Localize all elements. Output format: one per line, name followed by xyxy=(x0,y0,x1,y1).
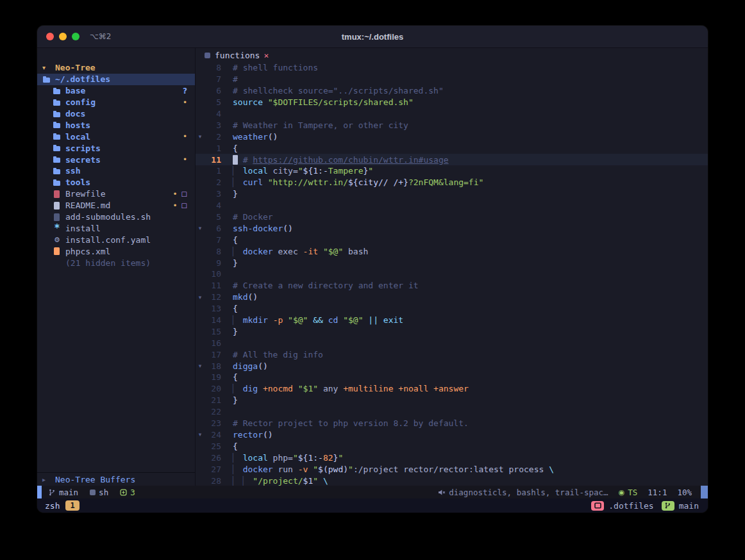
tree-item[interactable]: base? xyxy=(37,85,195,97)
code-line[interactable]: ▾6ssh-docker() xyxy=(196,222,708,234)
tree-item[interactable]: docs xyxy=(37,108,195,120)
code-line[interactable]: 6# shellcheck source="../scripts/shared.… xyxy=(196,85,708,97)
tree-item[interactable]: secrets• xyxy=(37,154,195,165)
code-text: # shell functions xyxy=(233,63,318,72)
code-line[interactable]: 14▏ mkdir -p "$@" && cd "$@" || exit xyxy=(196,315,708,326)
code-line[interactable]: 3} xyxy=(196,188,708,200)
buffers-title: Neo-Tree Buffers xyxy=(55,475,135,484)
code-text: # https://github.com/chubin/wttr.in#usag… xyxy=(233,155,449,165)
tree-item[interactable]: local• xyxy=(37,131,195,142)
tree-item[interactable]: phpcs.xml xyxy=(37,245,195,257)
code-line[interactable]: 8▏ docker exec -it "$@" bash xyxy=(196,245,708,257)
tree-item[interactable]: ⚙install.conf.yaml xyxy=(37,234,195,245)
code-line[interactable]: 27▏ docker run -v "$(pwd)":/project rect… xyxy=(196,463,708,475)
minimize-window-button[interactable] xyxy=(59,33,67,40)
git-status-badge: • xyxy=(183,132,187,141)
tmux-window-index-badge[interactable]: 1 xyxy=(65,500,79,511)
fold-column xyxy=(196,283,205,289)
added-count: 3 xyxy=(130,488,135,497)
tree-item[interactable]: Brewfile•□ xyxy=(37,188,195,200)
code-line[interactable]: 7{ xyxy=(196,234,708,245)
code-line[interactable]: 2▏ curl "http://wttr.in/${city// /+}?2nF… xyxy=(196,177,708,188)
tmux-current-dir: .dotfiles xyxy=(608,501,653,511)
item-label: ssh xyxy=(65,166,80,176)
tree-root-item[interactable]: ~/.dotfiles xyxy=(37,74,195,85)
tree-item[interactable]: tools xyxy=(37,177,195,188)
item-label: base xyxy=(65,86,85,95)
code-line[interactable]: 23# Rector project to php version 8.2 by… xyxy=(196,418,708,429)
tree-item[interactable]: add-submodules.sh xyxy=(37,211,195,223)
tree-item[interactable]: *install xyxy=(37,222,195,234)
line-number: 9 xyxy=(205,258,221,268)
fold-column xyxy=(196,351,205,358)
titlebar[interactable]: ⌥⌘2 tmux:~/.dotfiles xyxy=(37,26,708,48)
line-number: 8 xyxy=(205,63,221,72)
line-number: 15 xyxy=(205,327,221,336)
code-line[interactable]: 17# All the dig info xyxy=(196,349,708,360)
tab-label[interactable]: functions xyxy=(215,51,260,60)
fold-column xyxy=(196,145,205,151)
code-text: # All the dig info xyxy=(233,350,323,359)
code-line[interactable]: 1{ xyxy=(196,142,708,154)
code-line[interactable]: 4 xyxy=(196,200,708,211)
fold-column xyxy=(196,76,205,83)
code-line[interactable]: 28▏ ▏ "/project/$1" \ xyxy=(196,475,708,486)
chevron-right-icon: ▸ xyxy=(42,476,51,483)
code-line[interactable]: 26▏ local php="${1:-82}" xyxy=(196,452,708,463)
cursor-block xyxy=(233,155,238,165)
fold-column xyxy=(196,168,205,174)
code-line[interactable]: 19{ xyxy=(196,372,708,383)
zoom-window-button[interactable] xyxy=(72,33,80,40)
neo-tree-buffers-section[interactable]: ▸ Neo-Tree Buffers xyxy=(37,472,195,486)
code-line[interactable]: 8# shell functions xyxy=(196,62,708,74)
code-line[interactable]: 9} xyxy=(196,257,708,268)
script-icon: * xyxy=(53,224,62,233)
fold-icon[interactable]: ▾ xyxy=(196,363,205,369)
tree-item[interactable]: hosts xyxy=(37,119,195,131)
code-area[interactable]: 8# shell functions 7# 6# shellcheck sour… xyxy=(196,62,708,486)
code-text: digga() xyxy=(233,361,268,371)
code-line[interactable]: 7# xyxy=(196,74,708,85)
close-window-button[interactable] xyxy=(46,33,54,40)
code-line[interactable]: 4 xyxy=(196,108,708,120)
code-line[interactable]: ▾24rector() xyxy=(196,429,708,441)
statusline-left-accent xyxy=(37,486,42,498)
code-line[interactable]: ▾18digga() xyxy=(196,360,708,372)
code-line[interactable]: 13{ xyxy=(196,303,708,315)
line-number: 10 xyxy=(205,269,221,279)
code-line[interactable]: ▾12mkd() xyxy=(196,292,708,303)
filetype-label: sh xyxy=(99,488,108,497)
code-line[interactable]: 21} xyxy=(196,395,708,406)
tab-close-button[interactable]: × xyxy=(264,51,269,60)
git-branch-indicator: main xyxy=(48,488,78,497)
line-number: 25 xyxy=(205,441,221,451)
tree-item[interactable]: scripts xyxy=(37,142,195,154)
code-line[interactable]: 15} xyxy=(196,325,708,337)
code-line[interactable]: 25{ xyxy=(196,440,708,452)
git-status-badge: • xyxy=(172,201,177,210)
code-line[interactable]: ▾2weather() xyxy=(196,131,708,142)
line-number: 18 xyxy=(205,361,221,371)
fold-icon[interactable]: ▾ xyxy=(196,431,205,438)
code-line[interactable]: 10 xyxy=(196,268,708,280)
fold-icon[interactable]: ▾ xyxy=(196,133,205,140)
statusline-right-accent xyxy=(701,486,708,498)
code-line[interactable]: 16 xyxy=(196,337,708,349)
code-line[interactable]: 11 # https://github.com/chubin/wttr.in#u… xyxy=(196,154,708,165)
code-line[interactable]: 11# Create a new directory and enter it xyxy=(196,280,708,292)
code-line[interactable]: 22 xyxy=(196,406,708,418)
folder-icon xyxy=(53,167,62,176)
tree-item[interactable]: ssh xyxy=(37,165,195,177)
code-line[interactable]: 5# Docker xyxy=(196,211,708,223)
fold-icon[interactable]: ▾ xyxy=(196,294,205,301)
fold-icon[interactable]: ▾ xyxy=(196,225,205,231)
code-line[interactable]: 1▏ local city="${1:-Tampere}" xyxy=(196,165,708,177)
code-line[interactable]: 20▏ dig +nocmd "$1" any +multiline +noal… xyxy=(196,383,708,395)
code-line[interactable]: 5source "$DOTFILES/scripts/shared.sh" xyxy=(196,97,708,108)
tree-item[interactable]: config• xyxy=(37,97,195,108)
treesitter-indicator: ◉ TS xyxy=(619,488,638,497)
item-label: phpcs.xml xyxy=(65,247,110,256)
tree-item[interactable]: README.md•□ xyxy=(37,200,195,211)
git-branch-icon xyxy=(48,488,56,497)
code-line[interactable]: 3# Weather in Tampere, or other city xyxy=(196,119,708,131)
